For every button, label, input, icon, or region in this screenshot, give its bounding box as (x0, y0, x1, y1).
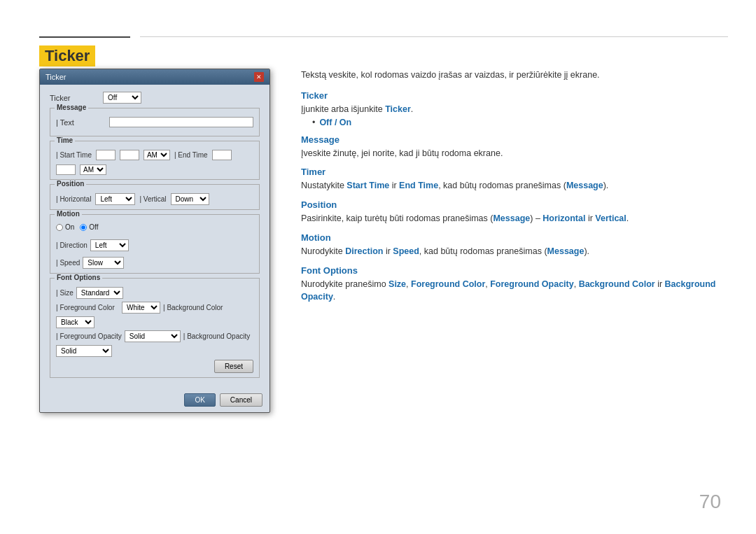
heading-timer: Timer (301, 167, 728, 177)
section-motion: Motion Nurodykite Direction ir Speed, ka… (301, 232, 728, 258)
section-position: Position Pasirinkite, kaip turėtų būti r… (301, 199, 728, 225)
heading-font-options: Font Options (301, 265, 728, 276)
fg-opacity-select[interactable]: SolidTransparent (125, 330, 181, 342)
text-ticker: Įjunkite arba išjunkite Ticker. (301, 103, 728, 116)
motion-on-label[interactable]: On (56, 223, 74, 231)
reset-button[interactable]: Reset (214, 360, 253, 373)
top-rule-right (140, 36, 728, 37)
section-ticker: Ticker Įjunkite arba išjunkite Ticker. •… (301, 90, 728, 127)
end-ampm-select[interactable]: AMPM (80, 164, 106, 175)
ticker-row: Ticker Off On (50, 92, 260, 104)
start-time-label: | Start Time (56, 151, 92, 159)
position-section-title: Position (55, 180, 86, 188)
text-message: Įveskite žinutę, jei norite, kad ji būtų… (301, 147, 728, 160)
bg-color-select[interactable]: BlackWhite (56, 316, 94, 328)
speed-select[interactable]: SlowNormalFast (83, 257, 124, 269)
position-section: Position | Horizontal LeftRightCenter | … (50, 184, 260, 210)
direction-select[interactable]: LeftRight (90, 239, 129, 251)
heading-ticker: Ticker (301, 90, 728, 101)
direction-row: | Direction LeftRight (56, 239, 253, 251)
colors-row: | Foreground Color WhiteBlackRed | Backg… (56, 302, 253, 328)
start-min-input[interactable]: 00 (120, 150, 139, 160)
vertical-select[interactable]: DownUp (171, 193, 209, 205)
reset-row: Reset (56, 360, 253, 373)
page-number: 70 (699, 491, 721, 513)
text-position: Pasirinkite, kaip turėtų būti rodomas pr… (301, 212, 728, 225)
dialog-close-button[interactable]: ✕ (254, 72, 264, 82)
opacity-row: | Foreground Opacity SolidTransparent | … (56, 330, 253, 357)
text-motion: Nurodykite Direction ir Speed, kad būtų … (301, 245, 728, 258)
dialog-titlebar: Ticker ✕ (40, 69, 270, 85)
size-row: | Size StandardLargeSmall (56, 287, 253, 299)
heading-position: Position (301, 199, 728, 210)
message-section: Message | Text (50, 108, 260, 136)
motion-on-radio[interactable] (56, 224, 63, 231)
message-section-title: Message (55, 104, 88, 111)
heading-message: Message (301, 134, 728, 145)
speed-label: | Speed (56, 259, 80, 267)
fg-color-select[interactable]: WhiteBlackRed (122, 302, 160, 314)
start-ampm-select[interactable]: AMPM (144, 150, 170, 160)
size-select[interactable]: StandardLargeSmall (76, 287, 123, 299)
size-label: | Size (56, 289, 74, 297)
motion-on-text: On (65, 223, 74, 231)
ticker-dialog: Ticker ✕ Ticker Off On Message | Text Ti… (39, 69, 270, 413)
bullet-off-on: • Off / On (312, 118, 728, 127)
dialog-footer: OK Cancel (40, 389, 270, 412)
cancel-button[interactable]: Cancel (220, 393, 262, 407)
text-input[interactable] (109, 117, 253, 127)
end-min-input[interactable]: 03 (56, 164, 76, 175)
top-rule-left (39, 36, 130, 38)
motion-off-radio[interactable] (80, 224, 87, 231)
text-row: | Text (56, 117, 253, 127)
direction-label: | Direction (56, 241, 88, 249)
ok-button[interactable]: OK (184, 393, 215, 407)
bg-opacity-label: | Background Opacity (183, 332, 250, 340)
timer-section: Time | Start Time 12 00 AMPM | End Time … (50, 141, 260, 180)
motion-section-title: Motion (55, 210, 82, 218)
fg-color-label: | Foreground Color (56, 304, 119, 311)
bg-opacity-select[interactable]: SolidTransparent (56, 345, 112, 357)
content-area: Tekstą veskite, kol rodomas vaizdo įraša… (301, 69, 728, 311)
speed-row: | Speed SlowNormalFast (56, 257, 253, 269)
page-title: Ticker (39, 45, 95, 66)
ticker-field-label: Ticker (50, 94, 99, 102)
content-intro: Tekstą veskite, kol rodomas vaizdo įraša… (301, 69, 728, 82)
ticker-select[interactable]: Off On (103, 92, 141, 104)
font-options-title: Font Options (55, 274, 102, 281)
bg-color-label: | Background Color (163, 304, 226, 311)
end-time-label: | End Time (174, 151, 208, 159)
section-font-options: Font Options Nurodykite pranešimo Size, … (301, 265, 728, 304)
section-message: Message Įveskite žinutę, jei norite, kad… (301, 134, 728, 160)
fg-opacity-label: | Foreground Opacity (56, 332, 122, 340)
dialog-body: Ticker Off On Message | Text Time | Star… (40, 85, 270, 389)
dialog-title: Ticker (46, 73, 66, 81)
horizontal-select[interactable]: LeftRightCenter (95, 193, 135, 205)
font-options-body: | Size StandardLargeSmall | Foreground C… (56, 287, 253, 373)
motion-section: Motion On Off | Direction LeftRight (50, 214, 260, 274)
text-font-options: Nurodykite pranešimo Size, Foreground Co… (301, 278, 728, 304)
text-label: | Text (56, 118, 105, 127)
end-hour-input[interactable]: 12 (212, 150, 232, 160)
section-timer: Timer Nustatykite Start Time ir End Time… (301, 167, 728, 192)
text-timer: Nustatykite Start Time ir End Time, kad … (301, 179, 728, 192)
heading-motion: Motion (301, 232, 728, 243)
vertical-label: | Vertical (139, 195, 166, 203)
font-options-section: Font Options | Size StandardLargeSmall |… (50, 278, 260, 378)
timer-section-title: Time (55, 136, 75, 144)
motion-off-text: Off (89, 223, 98, 231)
start-hour-input[interactable]: 12 (96, 150, 115, 160)
horizontal-label: | Horizontal (56, 195, 91, 203)
motion-off-label[interactable]: Off (80, 223, 98, 231)
